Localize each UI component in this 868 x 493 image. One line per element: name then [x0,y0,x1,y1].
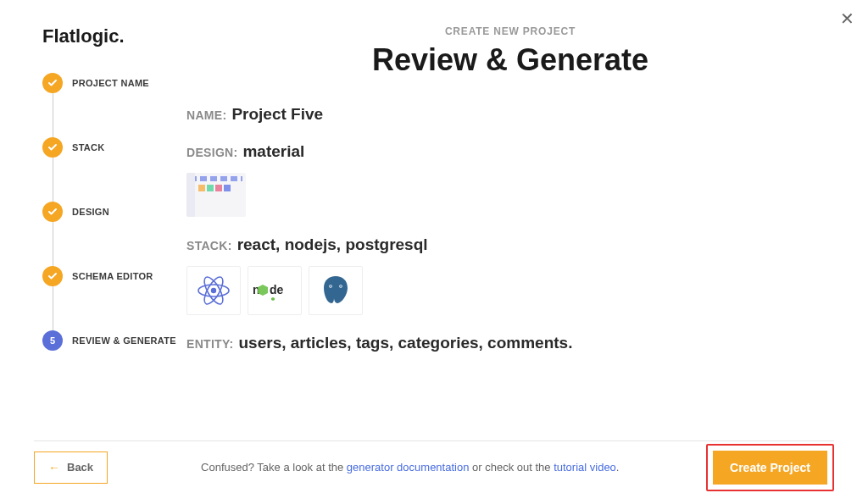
step-design[interactable]: DESIGN [42,202,186,222]
step-stack[interactable]: STACK [42,137,186,158]
check-icon [42,202,63,222]
page-overline: CREATE NEW PROJECT [186,25,834,37]
step-connector [53,93,53,137]
review-design-value: material [242,142,304,161]
review-stack-row: STACK: react, nodejs, postgresql [186,235,834,254]
review-stack-value: react, nodejs, postgresql [237,235,428,254]
main-content: CREATE NEW PROJECT Review & Generate NAM… [186,25,868,493]
step-label: DESIGN [72,207,109,217]
arrow-left-icon: ← [48,461,60,474]
check-icon [42,266,63,286]
create-button-highlight: Create Project [706,444,834,491]
page-container: Flatlogic. PROJECT NAME STACK DE [0,0,868,493]
close-button[interactable]: ✕ [840,8,854,29]
step-project-name[interactable]: PROJECT NAME [42,73,186,93]
review-label: DESIGN: [186,146,237,159]
footer-help-text: Confused? Take a look at the generator d… [201,461,706,474]
brand-logo: Flatlogic. [42,25,186,47]
step-number-icon: 5 [42,330,63,351]
review-label: NAME: [186,108,226,122]
stack-icons-row: n de [186,266,834,315]
check-icon [42,73,63,93]
step-label: STACK [72,142,105,152]
step-label: PROJECT NAME [72,78,149,88]
design-preview-thumbnail [186,173,246,217]
steps-list: PROJECT NAME STACK DESIGN [42,73,186,351]
review-label: STACK: [186,239,232,252]
close-icon: ✕ [840,9,854,28]
step-connector [53,158,53,202]
footer: ← Back Confused? Take a look at the gene… [34,440,834,493]
step-connector [53,286,53,330]
step-label: REVIEW & GENERATE [72,335,176,346]
review-label: ENTITY: [186,337,234,351]
review-name-value: Project Five [231,105,323,124]
sidebar: Flatlogic. PROJECT NAME STACK DE [42,25,186,493]
svg-point-3 [211,288,216,293]
svg-marker-7 [271,297,275,301]
page-title: Review & Generate [186,42,834,78]
step-label: SCHEMA EDITOR [72,271,153,281]
generator-docs-link[interactable]: generator documentation [347,461,470,474]
back-label: Back [67,461,93,474]
nodejs-icon: n de [248,266,302,315]
step-review-generate[interactable]: 5 REVIEW & GENERATE [42,330,186,351]
review-entity-row: ENTITY: users, articles, tags, categorie… [186,334,834,352]
review-section: NAME: Project Five DESIGN: material STAC… [186,105,834,352]
review-design-row: DESIGN: material [186,142,834,161]
postgresql-icon [309,266,363,315]
svg-text:de: de [270,283,284,296]
step-connector [53,222,53,266]
create-project-button[interactable]: Create Project [713,451,827,485]
react-icon [186,266,241,315]
svg-point-11 [340,285,342,287]
review-entity-value: users, articles, tags, categories, comme… [239,334,573,352]
review-name-row: NAME: Project Five [186,105,834,124]
svg-point-10 [330,285,331,287]
step-schema-editor[interactable]: SCHEMA EDITOR [42,266,186,286]
back-button[interactable]: ← Back [34,451,108,484]
check-icon [42,137,63,158]
tutorial-video-link[interactable]: tutorial video [554,461,616,474]
